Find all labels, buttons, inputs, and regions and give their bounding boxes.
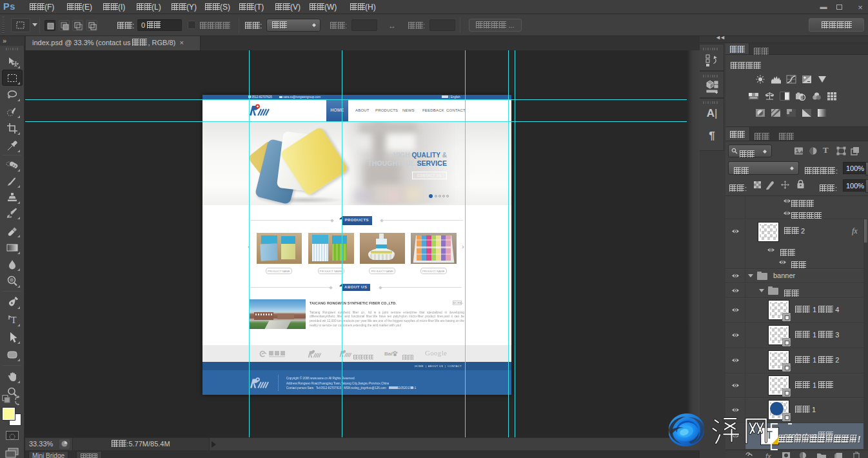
svg-text:T: T xyxy=(11,315,17,325)
svg-text:fx: fx xyxy=(765,452,771,458)
